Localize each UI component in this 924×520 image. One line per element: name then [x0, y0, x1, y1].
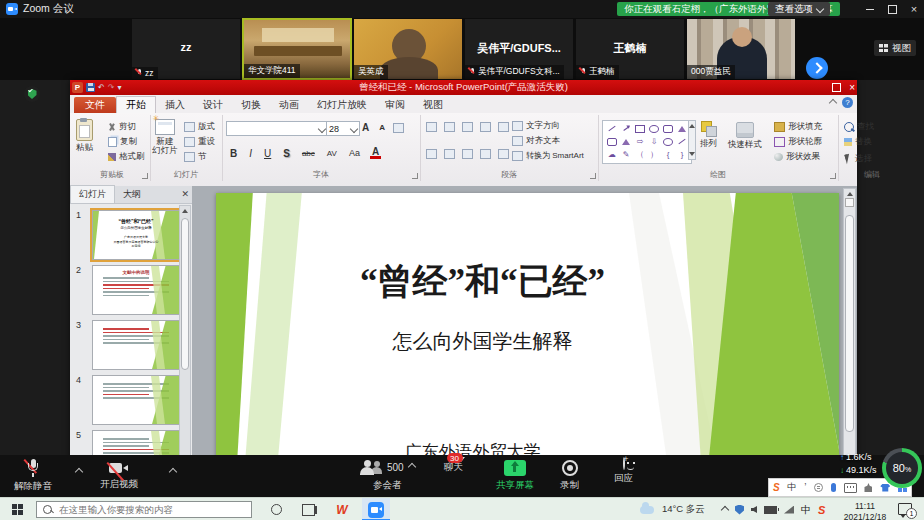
slide-thumb-3[interactable] [92, 320, 180, 370]
tab-view[interactable]: 视图 [414, 97, 452, 113]
share-screen-button[interactable]: 共享屏幕 [496, 458, 534, 492]
unmute-button[interactable]: 解除静音 [14, 459, 52, 493]
video-tile-wuyingcheng[interactable]: 吴英成 [353, 18, 463, 80]
grow-font-button[interactable]: A [360, 122, 371, 133]
emoji-icon[interactable] [814, 483, 823, 492]
ime-indicator[interactable]: 中 [801, 503, 811, 517]
shrink-font-button[interactable]: A [377, 123, 387, 132]
battery-icon[interactable] [764, 506, 777, 514]
align-left-icon[interactable] [426, 149, 437, 159]
columns-icon[interactable] [498, 149, 509, 159]
search-input[interactable] [57, 503, 245, 516]
tab-animations[interactable]: 动画 [270, 97, 308, 113]
video-tile-zz[interactable]: zz zz [131, 18, 241, 80]
find-button[interactable]: 查找 [844, 121, 874, 133]
view-button[interactable]: 视图 [874, 40, 916, 56]
cut-button[interactable]: 剪切 [108, 121, 136, 133]
slide-thumb-2[interactable]: 文献中的说明 [92, 265, 180, 315]
numbering-icon[interactable] [444, 122, 455, 132]
panel-scrollbar[interactable] [179, 205, 191, 495]
italic-button[interactable]: I [247, 148, 254, 159]
scroll-thumb[interactable] [845, 215, 854, 432]
dialog-launcher-icon[interactable] [412, 173, 418, 179]
security-shield-icon[interactable] [24, 86, 40, 102]
scroll-up-icon[interactable] [847, 192, 853, 196]
strikethrough-button[interactable]: abc [300, 149, 317, 158]
tab-home[interactable]: 开始 [116, 96, 156, 113]
zoom-taskbar-button[interactable] [362, 498, 390, 520]
voice-input-icon[interactable] [831, 483, 836, 492]
font-color-button[interactable]: A [370, 147, 381, 159]
video-tile-huawen[interactable]: 华文学院411 [242, 18, 352, 80]
align-text-button[interactable]: 对齐文本 [512, 135, 560, 147]
tab-review[interactable]: 审阅 [376, 97, 414, 113]
cortana-button[interactable] [262, 498, 290, 520]
char-spacing-button[interactable]: AV [325, 149, 339, 158]
change-case-button[interactable]: Aa [347, 148, 362, 158]
volume-icon[interactable] [751, 506, 757, 513]
scroll-page-icon[interactable] [845, 198, 854, 207]
replace-button[interactable]: 替换 [844, 136, 872, 148]
panel-tab-outline[interactable]: 大纲 [115, 186, 149, 203]
panel-close-icon[interactable]: ✕ [181, 189, 189, 199]
shapes-scroll[interactable] [688, 120, 696, 160]
ime-mode-icon[interactable]: 中 [787, 481, 796, 494]
bold-button[interactable]: B [228, 148, 239, 159]
scroll-up-icon[interactable] [182, 209, 188, 213]
restore-icon[interactable] [832, 83, 841, 92]
task-view-button[interactable] [294, 498, 322, 520]
decrease-indent-icon[interactable] [462, 122, 473, 132]
arrange-button[interactable]: 排列 [700, 121, 717, 148]
select-button[interactable]: 选择 [844, 151, 872, 167]
scroll-thumb[interactable] [181, 218, 189, 370]
memory-usage-ring[interactable]: 80% [882, 448, 922, 488]
net-speed-widget[interactable]: ↑ 1.6K/s ↓ 49.1K/s 80% [840, 448, 924, 492]
new-slide-button[interactable]: ✳ 新建幻灯片 [152, 119, 178, 156]
text-shadow-button[interactable]: S [281, 148, 292, 159]
wps-taskbar-button[interactable]: W [328, 498, 356, 520]
tab-file[interactable]: 文件 [74, 97, 116, 113]
dialog-launcher-icon[interactable] [830, 173, 836, 179]
ppt-close-icon[interactable]: × [849, 82, 855, 93]
start-button[interactable] [0, 498, 34, 520]
video-tile-jiayimin[interactable]: 000贾益民 [686, 18, 796, 80]
help-icon[interactable]: ? [842, 97, 853, 108]
sogou-tray-icon[interactable]: S [818, 504, 825, 516]
start-video-button[interactable]: 开启视频 [100, 459, 138, 491]
reactions-button[interactable]: + 回应 [614, 458, 633, 485]
sogou-logo-icon[interactable]: S [773, 482, 780, 493]
tab-slideshow[interactable]: 幻灯片放映 [308, 97, 376, 113]
close-button[interactable]: × [904, 0, 924, 18]
defender-shield-icon[interactable] [735, 505, 744, 515]
increase-indent-icon[interactable] [480, 122, 491, 132]
copy-button[interactable]: 复制 [108, 136, 137, 148]
dialog-launcher-icon[interactable] [142, 173, 148, 179]
paste-button[interactable]: 粘贴 [76, 119, 93, 152]
network-icon[interactable] [784, 506, 794, 514]
next-page-arrow-button[interactable] [806, 57, 828, 79]
align-center-icon[interactable] [444, 149, 455, 159]
participants-button[interactable]: 500 参会者 [360, 458, 415, 492]
view-options-button[interactable]: 查看选项 [768, 2, 830, 16]
video-options-chevron[interactable] [169, 468, 177, 476]
shape-effects-button[interactable]: 形状效果 [774, 151, 820, 163]
dialog-launcher-icon[interactable] [590, 173, 596, 179]
tray-weather[interactable]: 14°C 多云 [640, 498, 705, 520]
shape-outline-button[interactable]: 形状轮廓 [774, 136, 822, 148]
taskbar-clock[interactable]: 11:11 2021/12/18 [843, 501, 887, 520]
audio-options-chevron[interactable] [75, 468, 83, 476]
pinyin-icon[interactable] [393, 123, 404, 133]
underline-button[interactable]: U [262, 148, 273, 159]
panel-tab-slides[interactable]: 幻灯片 [70, 185, 115, 203]
bullets-icon[interactable] [426, 122, 437, 132]
slide-thumb-4[interactable] [92, 375, 180, 425]
justify-icon[interactable] [480, 149, 491, 159]
tab-design[interactable]: 设计 [194, 97, 232, 113]
smartart-button[interactable]: 转换为 SmartArt [512, 150, 584, 161]
tab-insert[interactable]: 插入 [156, 97, 194, 113]
video-tile-wanghenan[interactable]: 王鹤楠 王鹤楠 [575, 18, 685, 80]
align-right-icon[interactable] [462, 149, 473, 159]
minimize-button[interactable] [860, 0, 880, 18]
line-spacing-icon[interactable] [498, 122, 509, 132]
video-tile-wuweiping[interactable]: 吴伟平/GDUFS... 吴伟平/GDUFS文科... [464, 18, 574, 80]
